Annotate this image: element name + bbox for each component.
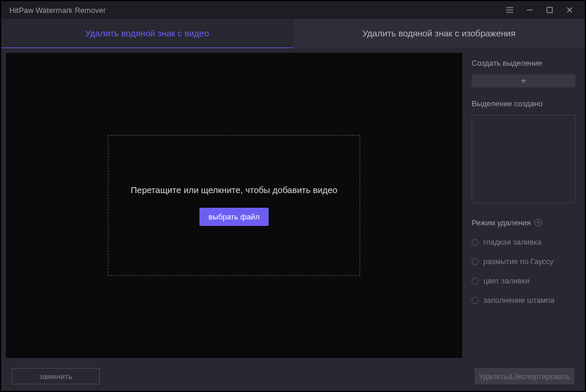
- app-window: HitPaw Watermark Remover Удалить водяной…: [0, 0, 586, 392]
- mode-label: заполнение штампа: [483, 296, 554, 305]
- add-selection-button[interactable]: +: [472, 75, 575, 87]
- right-sidebar: Создать выделение + Выделение создано Ре…: [465, 48, 585, 361]
- mode-label: гладкая заливка: [483, 238, 541, 246]
- radio-icon: [472, 278, 479, 285]
- removal-mode-title: Режим удаления ?: [472, 218, 575, 227]
- main-canvas: Перетащите или щелкните, чтобы добавить …: [6, 53, 462, 358]
- selection-list: [472, 115, 575, 203]
- window-controls: [500, 2, 579, 18]
- close-icon[interactable]: [560, 2, 579, 18]
- app-title: HitPaw Watermark Remover: [9, 6, 106, 15]
- replace-button[interactable]: заменить: [12, 368, 100, 384]
- mode-color-fill[interactable]: цвет заливки: [472, 274, 575, 288]
- drop-zone[interactable]: Перетащите или щелкните, чтобы добавить …: [108, 135, 360, 276]
- mode-smooth-fill[interactable]: гладкая заливка: [472, 235, 575, 249]
- tab-image[interactable]: Удалить водяной знак с изображения: [293, 19, 585, 48]
- mode-gaussian-blur[interactable]: размытие по Гауссу: [472, 255, 575, 268]
- create-selection-label: Создать выделение: [472, 59, 575, 67]
- radio-icon: [472, 239, 479, 246]
- radio-icon: [472, 258, 479, 265]
- tab-video[interactable]: Удалить водяной знак с видео: [1, 19, 293, 48]
- plus-icon: +: [521, 76, 526, 86]
- mode-label: цвет заливки: [483, 276, 529, 285]
- main-tabs: Удалить водяной знак с видео Удалить вод…: [1, 19, 585, 48]
- export-button[interactable]: Удалить&Экспортировать: [475, 368, 574, 384]
- footer-bar: заменить Удалить&Экспортировать: [1, 361, 585, 391]
- mode-stamp-fill[interactable]: заполнение штампа: [472, 293, 575, 307]
- radio-icon: [472, 297, 479, 304]
- selection-created-label: Выделение создано: [472, 99, 575, 108]
- drop-hint: Перетащите или щелкните, чтобы добавить …: [131, 185, 337, 195]
- help-icon[interactable]: ?: [534, 219, 542, 227]
- maximize-icon[interactable]: [540, 2, 559, 18]
- title-bar: HitPaw Watermark Remover: [1, 1, 585, 19]
- mode-label: размытие по Гауссу: [483, 257, 554, 266]
- menu-icon[interactable]: [500, 2, 519, 18]
- svg-rect-4: [547, 8, 553, 13]
- select-file-button[interactable]: выбрать файл: [199, 208, 269, 226]
- content-area: Перетащите или щелкните, чтобы добавить …: [1, 48, 585, 361]
- removal-mode-label: Режим удаления: [472, 218, 531, 227]
- minimize-icon[interactable]: [520, 2, 539, 18]
